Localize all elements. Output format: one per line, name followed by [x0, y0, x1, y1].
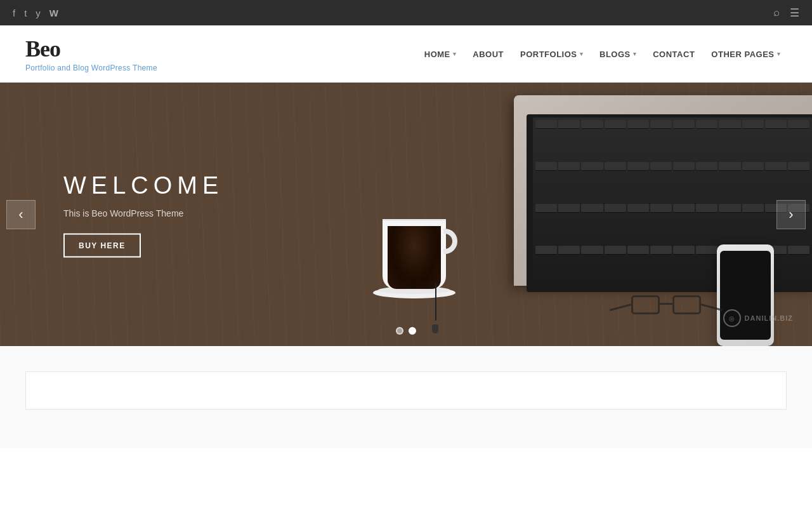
- coffee-liquid: [388, 226, 441, 289]
- main-nav: HOME ▾ ABOUT PORTFOLIOS ▾ BLOGS ▾ CONTAC…: [418, 44, 787, 64]
- key: [605, 162, 626, 171]
- glasses-decoration: [628, 295, 704, 327]
- key: [558, 204, 580, 213]
- phone-decoration: [717, 244, 774, 346]
- earphone-wire: [435, 283, 436, 321]
- logo-area: Beo Portfolio and Blog WordPress Theme: [25, 36, 157, 72]
- key: [742, 120, 764, 129]
- key: [696, 120, 717, 129]
- youtube-icon[interactable]: y: [36, 8, 41, 18]
- key: [788, 120, 809, 129]
- key: [650, 246, 672, 255]
- key: [627, 204, 649, 213]
- lens-right: [672, 295, 701, 314]
- key: [696, 162, 717, 171]
- chevron-right-icon: ›: [789, 206, 793, 223]
- key: [742, 162, 764, 171]
- slider-next-button[interactable]: ›: [776, 200, 806, 229]
- content-box: [25, 371, 787, 410]
- key: [535, 120, 557, 129]
- key: [788, 162, 809, 171]
- wordpress-icon[interactable]: W: [49, 8, 58, 18]
- nav-home[interactable]: HOME ▾: [418, 44, 463, 64]
- key: [765, 120, 787, 129]
- key: [650, 120, 672, 129]
- key: [627, 162, 649, 171]
- key: [650, 204, 672, 213]
- slider-dot-2[interactable]: [409, 327, 416, 335]
- logo-title[interactable]: Beo: [25, 36, 157, 62]
- hero-subtitle: This is Beo WordPress Theme: [63, 208, 223, 218]
- key: [673, 204, 695, 213]
- key: [558, 120, 580, 129]
- buy-here-button[interactable]: BUY HERE: [63, 233, 141, 257]
- key: [673, 120, 695, 129]
- key: [581, 204, 603, 213]
- twitter-icon[interactable]: t: [24, 8, 27, 18]
- search-icon[interactable]: ⌕: [773, 6, 780, 19]
- lens-left: [631, 295, 660, 314]
- nav-blogs[interactable]: BLOGS ▾: [593, 44, 643, 64]
- cup-body: [383, 219, 446, 289]
- cup-handle: [443, 229, 457, 254]
- key: [673, 162, 695, 171]
- earphone-bud: [432, 324, 438, 333]
- key: [558, 162, 580, 171]
- social-icons: f t y W: [13, 8, 58, 18]
- hero-title: WELCOME: [63, 171, 223, 199]
- key: [696, 204, 717, 213]
- key: [581, 162, 603, 171]
- key: [673, 246, 695, 255]
- nav-portfolios[interactable]: PORTFOLIOS ▾: [514, 44, 589, 64]
- below-hero-section: [0, 346, 812, 448]
- key: [719, 204, 740, 213]
- logo-tagline: Portfolio and Blog WordPress Theme: [25, 64, 157, 72]
- key: [535, 246, 557, 255]
- key: [558, 246, 580, 255]
- key: [605, 120, 626, 129]
- chevron-down-icon: ▾: [633, 51, 637, 57]
- watermark-icon: ◎: [723, 309, 741, 327]
- nav-about[interactable]: ABOUT: [466, 44, 510, 64]
- key: [605, 246, 626, 255]
- key: [581, 246, 603, 255]
- key: [581, 120, 603, 129]
- slider-dot-1[interactable]: [396, 327, 403, 335]
- topbar: f t y W ⌕ ☰: [0, 0, 812, 25]
- glasses-bridge: [660, 303, 672, 305]
- key: [535, 162, 557, 171]
- key: [605, 204, 626, 213]
- chevron-down-icon: ▾: [580, 51, 584, 57]
- watermark: ◎ DANILIN.BIZ: [723, 309, 793, 327]
- key: [742, 204, 764, 213]
- chevron-down-icon: ▾: [777, 51, 781, 57]
- key: [765, 162, 787, 171]
- slider-prev-button[interactable]: ‹: [6, 200, 36, 229]
- key: [696, 246, 717, 255]
- header: Beo Portfolio and Blog WordPress Theme H…: [0, 25, 812, 83]
- key: [788, 246, 809, 255]
- nav-contact[interactable]: CONTACT: [646, 44, 701, 64]
- topbar-actions: ⌕ ☰: [773, 6, 799, 20]
- key: [535, 204, 557, 213]
- slider-dots: [396, 327, 416, 335]
- nav-other-pages[interactable]: OTHER PAGES ▾: [705, 44, 787, 64]
- chevron-down-icon: ▾: [453, 51, 457, 57]
- hero-content: WELCOME This is Beo WordPress Theme BUY …: [63, 171, 223, 257]
- key: [650, 162, 672, 171]
- key: [719, 162, 740, 171]
- earphones-decoration: [422, 283, 461, 333]
- key: [627, 246, 649, 255]
- facebook-icon[interactable]: f: [13, 8, 15, 18]
- hero-slider: WELCOME This is Beo WordPress Theme BUY …: [0, 83, 812, 346]
- key: [719, 120, 740, 129]
- key: [627, 120, 649, 129]
- chevron-left-icon: ‹: [18, 206, 23, 223]
- menu-icon[interactable]: ☰: [790, 6, 799, 20]
- watermark-text: DANILIN.BIZ: [745, 314, 793, 322]
- glasses-frame: [628, 295, 704, 318]
